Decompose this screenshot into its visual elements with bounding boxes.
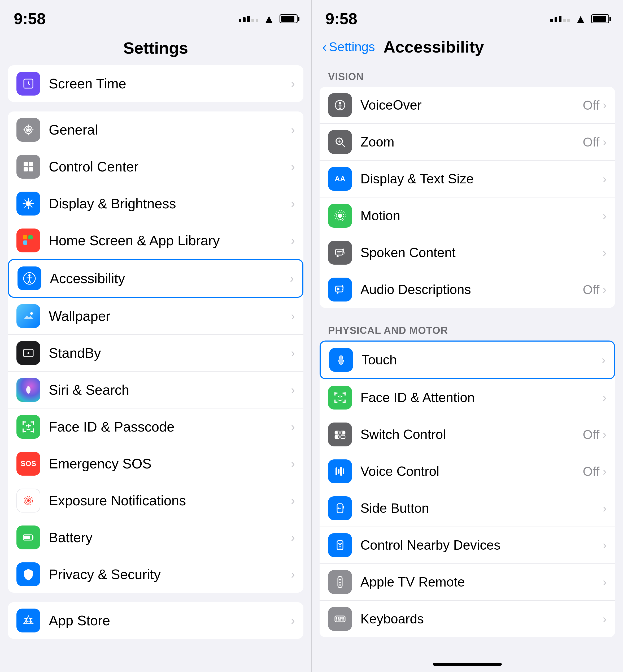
general-chevron: › (291, 123, 295, 136)
controlcenter-label: Control Center (49, 159, 287, 175)
motion-chevron: › (602, 209, 606, 222)
svg-rect-17 (23, 235, 27, 240)
svg-rect-84 (343, 431, 345, 434)
privacy-chevron: › (291, 568, 295, 581)
settings-item-appstore[interactable]: App Store › (8, 602, 303, 639)
standby-label: StandBy (49, 345, 287, 361)
zoom-label: Zoom (360, 134, 583, 150)
settings-item-emergencysos[interactable]: SOS Emergency SOS › (8, 445, 303, 482)
accessibility-item-voicecontrol[interactable]: Voice Control Off › (320, 453, 615, 490)
standby-chevron: › (291, 346, 295, 360)
settings-item-controlcenter[interactable]: Control Center › (8, 148, 303, 185)
voiceover-label: VoiceOver (360, 97, 583, 113)
svg-line-13 (25, 200, 26, 201)
svg-line-26 (29, 281, 31, 283)
appstore-icon (17, 609, 40, 633)
settings-item-homescreen[interactable]: Home Screen & App Library › (8, 222, 303, 259)
svg-rect-109 (338, 619, 342, 620)
faceid-attention-chevron: › (602, 391, 606, 404)
accessibility-item-controlnearby[interactable]: Control Nearby Devices › (320, 527, 615, 564)
accessibility-item-displaytext[interactable]: AA Display & Text Size › (320, 161, 615, 197)
svg-rect-105 (338, 617, 339, 619)
wifi-icon: ▲ (263, 12, 275, 26)
right-content: VISION VoiceOver Off › (312, 64, 623, 659)
spokencontent-icon: ) ) (328, 241, 352, 264)
audiodesc-label: Audio Descriptions (360, 282, 583, 297)
zoom-icon (328, 130, 352, 154)
screentime-section: Screen Time › (8, 65, 303, 102)
accessibility-item-sidebutton[interactable]: Side Button › (320, 490, 615, 527)
accessibility-item-zoom[interactable]: Zoom Off › (320, 124, 615, 161)
accessibility-item-faceid-attention[interactable]: Face ID & Attention › (320, 379, 615, 416)
svg-rect-48 (32, 536, 33, 539)
accessibility-item-keyboards[interactable]: Keyboards › (320, 600, 615, 637)
svg-point-1 (27, 129, 30, 131)
settings-item-standby[interactable]: ● ☰ StandBy › (8, 335, 303, 371)
back-button[interactable]: ‹ Settings (322, 39, 375, 55)
svg-line-25 (28, 281, 29, 283)
back-chevron-icon: ‹ (322, 39, 327, 55)
svg-rect-104 (336, 617, 337, 619)
wallpaper-label: Wallpaper (49, 308, 287, 324)
accessibility-item-voiceover[interactable]: VoiceOver Off › (320, 87, 615, 124)
voiceover-icon (328, 93, 352, 117)
svg-rect-4 (24, 162, 28, 166)
displaytext-icon: AA (328, 167, 352, 191)
svg-point-78 (337, 396, 339, 397)
sidebutton-chevron: › (602, 502, 606, 515)
svg-rect-18 (28, 235, 33, 240)
wallpaper-chevron: › (291, 309, 295, 323)
accessibility-icon (18, 267, 41, 290)
battery-label: Battery (49, 530, 287, 545)
accessibility-item-touch[interactable]: Touch › (320, 340, 615, 379)
svg-rect-91 (343, 469, 344, 474)
settings-item-exposure[interactable]: Exposure Notifications › (8, 482, 303, 519)
svg-rect-93 (343, 506, 344, 508)
settings-item-faceid[interactable]: Face ID & Passcode › (8, 409, 303, 445)
accessibility-label: Accessibility (50, 271, 286, 286)
settings-item-wallpaper[interactable]: Wallpaper › (8, 298, 303, 335)
touch-icon (329, 348, 353, 372)
settings-item-siri[interactable]: Siri & Search › (8, 371, 303, 409)
emergencysos-label: Emergency SOS (49, 456, 287, 472)
faceid-attention-icon (328, 386, 352, 410)
general-label: General (49, 122, 287, 138)
right-panel: 9:58 ▲ ‹ Settings Accessibility VISION (312, 0, 623, 672)
voiceover-chevron: › (602, 99, 606, 112)
motion-label: Motion (360, 208, 602, 223)
accessibility-item-spokencontent[interactable]: ) ) Spoken Content › (320, 234, 615, 271)
left-panel: 9:58 ▲ Settings (0, 0, 312, 672)
accessibility-item-appletvremote[interactable]: Apple TV Remote › (320, 564, 615, 600)
svg-rect-63 (335, 249, 343, 255)
sidebutton-icon (328, 496, 352, 520)
keyboards-chevron: › (602, 612, 606, 625)
switchcontrol-chevron: › (602, 428, 606, 441)
svg-point-102 (339, 585, 340, 586)
settings-item-general[interactable]: General › (8, 111, 303, 148)
svg-point-101 (339, 582, 341, 584)
settings-item-accessibility[interactable]: Accessibility › (8, 259, 303, 298)
left-time: 9:58 (14, 9, 46, 28)
touch-label: Touch (361, 352, 601, 368)
settings-item-battery[interactable]: Battery › (8, 519, 303, 556)
accessibility-item-switchcontrol[interactable]: Switch Control Off › (320, 416, 615, 453)
accessibility-item-audiodesc[interactable]: ) Audio Descriptions Off › (320, 271, 615, 308)
voicecontrol-chevron: › (602, 465, 606, 478)
homescreen-label: Home Screen & App Library (49, 232, 287, 248)
svg-point-8 (26, 201, 31, 206)
settings-item-screentime[interactable]: Screen Time › (8, 65, 303, 102)
settings-item-privacy[interactable]: Privacy & Security › (8, 556, 303, 593)
switchcontrol-value: Off (583, 427, 599, 442)
svg-rect-90 (340, 467, 342, 476)
exposure-icon (17, 488, 40, 512)
accessibility-item-motion[interactable]: Motion › (320, 197, 615, 234)
controlnearby-label: Control Nearby Devices (360, 537, 602, 553)
home-indicator (433, 663, 502, 666)
motion-icon (328, 204, 352, 228)
left-settings-list: Screen Time › G (0, 65, 312, 672)
faceid-chevron: › (291, 420, 295, 433)
settings-item-displaybrightness[interactable]: Display & Brightness › (8, 185, 303, 222)
emergencysos-icon: SOS (17, 452, 40, 476)
svg-point-60 (338, 214, 342, 218)
displaybrightness-chevron: › (291, 197, 295, 210)
